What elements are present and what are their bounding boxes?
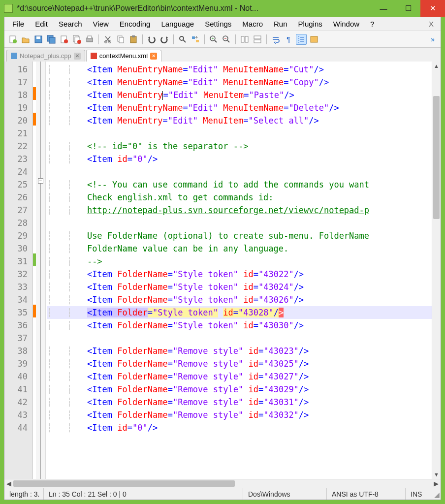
svg-rect-5 [49,37,55,43]
svg-rect-30 [245,36,248,42]
toolbar-overflow-icon[interactable]: » [428,35,438,43]
svg-line-24 [215,40,217,42]
separator-icon [266,34,267,44]
statusbar: length : 3. Ln : 35 Col : 21 Sel : 0 | 0… [4,488,441,500]
menu-window[interactable]: Window [328,19,364,29]
scroll-left-icon[interactable]: ◀ [4,479,13,488]
tab-contextmenu-xml[interactable]: contextMenu.xml ✕ [86,50,161,62]
minimize-button[interactable]: — [371,0,396,17]
saveall-icon[interactable] [46,34,57,45]
svg-text:¶: ¶ [286,35,290,43]
menu-search[interactable]: Search [54,19,87,29]
undo-icon[interactable] [146,34,157,45]
svg-line-27 [227,40,229,42]
paste-icon[interactable] [128,34,139,45]
status-position: Ln : 35 Col : 21 Sel : 0 | 0 [44,488,243,500]
svg-rect-29 [241,36,244,42]
fold-column[interactable]: − [36,62,46,479]
status-encoding[interactable]: ANSI as UTF-8 [327,488,406,500]
window-buttons: — ☐ ✕ [371,0,445,17]
scroll-right-icon[interactable]: ▶ [432,479,441,488]
scroll-down-icon[interactable]: ▼ [432,470,441,479]
whitespace-icon[interactable]: ¶ [283,34,294,45]
svg-rect-21 [192,36,195,39]
menu-macro[interactable]: Macro [237,19,268,29]
svg-rect-32 [254,40,261,43]
code-area[interactable]: ┆ ┆ <Item MenuEntryName="Edit" MenuItemN… [46,62,432,479]
scroll-up-icon[interactable]: ▲ [432,62,441,70]
status-insert-mode[interactable]: INS [406,488,433,500]
title-text: *d:\source\Notepad++\trunk\PowerEditor\b… [17,4,371,13]
menu-encoding[interactable]: Encoding [115,19,156,29]
svg-text:−: − [224,36,227,41]
closefile-icon[interactable] [59,34,69,45]
status-eol[interactable]: Dos\Windows [243,488,327,500]
separator-icon [98,34,99,44]
svg-rect-38 [311,36,318,42]
tab-close-icon[interactable]: ✕ [150,53,157,60]
svg-rect-3 [36,36,40,39]
svg-rect-22 [196,40,199,42]
menu-run[interactable]: Run [269,19,292,29]
zoomin-icon[interactable]: + [208,34,219,45]
print-icon[interactable] [84,34,95,45]
menu-settings[interactable]: Settings [200,19,236,29]
separator-icon [173,34,174,44]
editor: 1617181920212223242526272829303132333435… [4,62,441,479]
svg-rect-12 [88,36,92,38]
closeall-icon[interactable] [71,34,82,45]
svg-point-10 [77,40,81,44]
menu-edit[interactable]: Edit [30,19,53,29]
menu-help[interactable]: ? [365,19,379,29]
wordwrap-icon[interactable] [270,34,281,45]
find-icon[interactable] [177,34,188,45]
separator-icon [204,34,205,44]
indent-guide-icon[interactable] [296,34,307,45]
redo-icon[interactable] [159,34,170,45]
svg-rect-16 [119,37,124,43]
tab-label: contextMenu.xml [99,52,148,60]
copy-icon[interactable] [115,34,126,45]
window: *d:\source\Notepad++\trunk\PowerEditor\b… [0,0,445,504]
scroll-track[interactable] [13,479,432,488]
new-icon[interactable] [7,34,18,45]
svg-rect-31 [254,36,261,39]
save-icon[interactable] [33,34,44,45]
separator-icon [142,34,143,44]
file-icon [11,53,17,59]
resize-grip-icon[interactable]: ◢ [433,488,441,500]
sync-h-icon[interactable] [252,34,263,45]
menu-language[interactable]: Language [156,19,199,29]
svg-point-19 [180,36,184,40]
scroll-thumb[interactable] [13,480,235,487]
close-button[interactable]: ✕ [420,0,445,17]
app-icon [4,4,13,13]
menu-doc-close[interactable]: X [425,20,438,28]
fold-line [40,62,41,479]
fold-minus-icon[interactable]: − [38,178,43,184]
horizontal-scrollbar[interactable]: ◀ ▶ [4,479,441,488]
scroll-thumb[interactable] [433,96,440,219]
sync-v-icon[interactable] [239,34,250,45]
menu-file[interactable]: File [7,19,29,29]
menu-view[interactable]: View [88,19,114,29]
vertical-scrollbar[interactable]: ▲ ▼ [432,62,441,479]
svg-text:+: + [212,36,214,41]
maximize-button[interactable]: ☐ [396,0,420,17]
svg-rect-18 [132,35,135,37]
svg-line-20 [183,40,186,42]
status-length: length : 3. [4,488,44,500]
tab-label: Notepad_plus.cpp [20,52,71,60]
menu-plugins[interactable]: Plugins [293,19,327,29]
tab-close-icon[interactable]: ✕ [74,53,81,60]
tabbar: Notepad_plus.cpp ✕ contextMenu.xml ✕ [4,48,441,62]
replace-icon[interactable] [190,34,201,45]
titlebar[interactable]: *d:\source\Notepad++\trunk\PowerEditor\b… [0,0,445,17]
line-number-gutter[interactable]: 1617181920212223242526272829303132333435… [4,62,33,479]
userlang-icon[interactable] [309,34,319,45]
open-icon[interactable] [20,34,31,45]
tab-notepad-plus-cpp[interactable]: Notepad_plus.cpp ✕ [6,50,85,62]
menubar: File Edit Search View Encoding Language … [4,17,441,31]
cut-icon[interactable] [102,34,113,45]
zoomout-icon[interactable]: − [221,34,232,45]
